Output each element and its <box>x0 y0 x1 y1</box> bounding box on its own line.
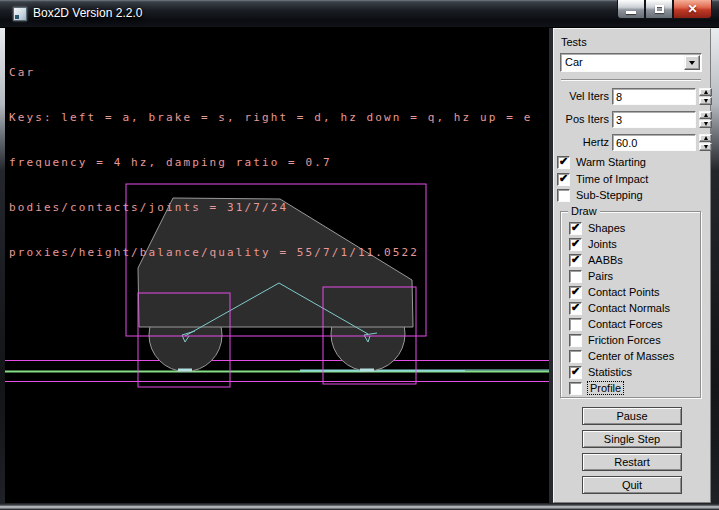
spinner-up-button[interactable] <box>699 134 712 142</box>
sub-stepping-label: Sub-Stepping <box>576 189 643 201</box>
tests-dropdown-value: Car <box>565 56 583 68</box>
frequency-text: frequency = 4 hz, damping ratio = 0.7 <box>9 155 532 170</box>
spinner-down-icon <box>704 145 708 149</box>
quit-button[interactable]: Quit <box>582 476 682 494</box>
contact-points-checkbox[interactable] <box>569 286 582 299</box>
time-of-impact-checkbox[interactable] <box>557 173 570 186</box>
shapes-checkbox[interactable] <box>569 222 582 235</box>
vel-iters-row: Vel Iters <box>554 88 712 105</box>
profile-checkbox[interactable] <box>569 382 582 395</box>
shapes-label: Shapes <box>588 222 625 234</box>
app-icon <box>13 7 27 21</box>
separator <box>561 79 701 81</box>
close-button[interactable]: ✕ <box>673 0 712 19</box>
tests-dropdown[interactable]: Car <box>560 53 702 72</box>
pairs-checkbox[interactable] <box>569 270 582 283</box>
contact-normals-checkbox[interactable] <box>569 302 582 315</box>
minimize-button[interactable] <box>617 0 645 19</box>
spinner-down-icon <box>704 122 708 126</box>
tests-dropdown-button[interactable] <box>684 55 700 70</box>
single-step-button[interactable]: Single Step <box>582 430 682 448</box>
window-title: Box2D Version 2.2.0 <box>33 6 142 20</box>
maximize-button[interactable] <box>645 0 673 19</box>
window-frame-right <box>711 28 719 503</box>
spinner-up-icon <box>704 136 708 140</box>
close-icon: ✕ <box>687 2 697 16</box>
vel-iters-spinner <box>699 88 712 105</box>
contact-forces-checkbox[interactable] <box>569 318 582 331</box>
vel-iters-input[interactable] <box>612 88 696 105</box>
spinner-down-button[interactable] <box>699 97 712 105</box>
hertz-label: Hertz <box>554 136 609 148</box>
statistics-label: Statistics <box>588 366 632 378</box>
contact-forces-label: Contact Forces <box>588 318 663 330</box>
friction-forces-checkbox[interactable] <box>569 334 582 347</box>
center-of-masses-label: Center of Masses <box>588 350 674 362</box>
tests-label: Tests <box>561 36 587 48</box>
spinner-up-button[interactable] <box>699 111 712 119</box>
hertz-spinner <box>699 134 712 151</box>
warm-starting-label: Warm Starting <box>576 156 646 168</box>
control-panel: Tests Car Vel Iters Pos Iters <box>553 28 711 503</box>
app-window: Box2D Version 2.2.0 ✕ <box>0 0 719 510</box>
time-of-impact-label: Time of Impact <box>576 173 648 185</box>
hertz-input[interactable] <box>612 134 696 151</box>
pos-iters-input[interactable] <box>612 111 696 128</box>
spinner-down-icon <box>704 99 708 103</box>
friction-forces-label: Friction Forces <box>588 334 661 346</box>
chevron-down-icon <box>689 61 695 65</box>
vel-iters-label: Vel Iters <box>554 90 609 102</box>
aabbs-checkbox[interactable] <box>569 254 582 267</box>
minimize-icon <box>626 11 636 14</box>
title-bar[interactable]: Box2D Version 2.2.0 ✕ <box>0 0 719 28</box>
pos-iters-spinner <box>699 111 712 128</box>
spinner-down-button[interactable] <box>699 120 712 128</box>
stats-quality-text: proxies/height/balance/quality = 55/7/1/… <box>9 245 532 260</box>
spinner-up-icon <box>704 113 708 117</box>
spinner-down-button[interactable] <box>699 143 712 151</box>
aabbs-label: AABBs <box>588 254 623 266</box>
statistics-checkbox[interactable] <box>569 366 582 379</box>
pos-iters-row: Pos Iters <box>554 111 712 128</box>
restart-button[interactable]: Restart <box>582 453 682 471</box>
maximize-icon <box>655 5 664 13</box>
pairs-label: Pairs <box>588 270 613 282</box>
draw-group-title: Draw <box>568 205 600 217</box>
sub-stepping-checkbox[interactable] <box>557 189 570 202</box>
debug-text-overlay: Car Keys: left = a, brake = s, right = d… <box>9 35 532 290</box>
joints-label: Joints <box>588 238 617 250</box>
simulation-canvas[interactable]: Car Keys: left = a, brake = s, right = d… <box>5 28 551 503</box>
contact-points-label: Contact Points <box>588 286 660 298</box>
window-frame-bottom <box>0 503 719 510</box>
contact-normals-label: Contact Normals <box>588 302 670 314</box>
hertz-row: Hertz <box>554 134 712 151</box>
center-of-masses-checkbox[interactable] <box>569 350 582 363</box>
pos-iters-label: Pos Iters <box>554 113 609 125</box>
keys-help-text: Keys: left = a, brake = s, right = d, hz… <box>9 110 532 125</box>
pause-button[interactable]: Pause <box>582 407 682 425</box>
test-name-text: Car <box>9 65 532 80</box>
joints-checkbox[interactable] <box>569 238 582 251</box>
spinner-up-button[interactable] <box>699 88 712 96</box>
stats-counts-text: bodies/contacts/joints = 31/7/24 <box>9 200 532 215</box>
warm-starting-checkbox[interactable] <box>557 156 570 169</box>
spinner-up-icon <box>704 90 708 94</box>
profile-label: Profile <box>588 382 623 394</box>
